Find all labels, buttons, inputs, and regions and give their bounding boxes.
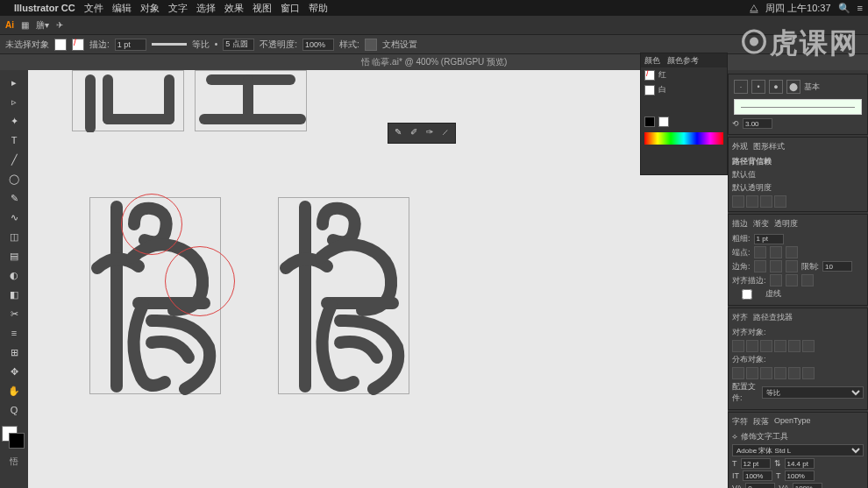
hand-tool[interactable]: ✋ — [2, 382, 26, 400]
pencil-tool[interactable]: ∿ — [2, 209, 26, 226]
symbol-tool[interactable]: ≡ — [2, 324, 26, 342]
font-size[interactable] — [741, 458, 771, 469]
float-tool-3[interactable]: ✑ — [423, 127, 436, 139]
magic-wand-tool[interactable]: ✦ — [2, 112, 26, 130]
menu-effect[interactable]: 效果 — [224, 2, 244, 15]
control-bar: 未选择对象 / 描边: 等比 • 不透明度: 样式: 文档设置 — [0, 35, 868, 54]
float-tool-4[interactable]: ⟋ — [439, 127, 452, 139]
right-panels: · • ● ⬤ 基本 ⟲ 外观图形样式 路径背信赖 默认值 默认透明度 描边渐变… — [728, 70, 868, 488]
stroke-label: 描边: — [89, 39, 110, 51]
line-tool[interactable]: ╱ — [2, 151, 26, 168]
type-tool[interactable]: T — [2, 131, 26, 149]
font-family-select[interactable]: Adobe 宋体 Std L — [732, 444, 864, 456]
style-label: 样式: — [339, 39, 359, 51]
slice-tool[interactable]: ✥ — [2, 363, 26, 380]
brush-preset-2[interactable]: • — [751, 80, 765, 94]
kerning[interactable] — [745, 483, 775, 488]
menu-file[interactable]: 文件 — [84, 2, 103, 15]
doc-setup-button[interactable]: 文档设置 — [382, 39, 417, 51]
clock: 周四 上午10:37 — [765, 2, 831, 15]
selection-tool[interactable]: ▸ — [2, 74, 26, 91]
stroke-weight-input[interactable] — [115, 39, 146, 51]
menu-help[interactable]: 帮助 — [309, 2, 328, 15]
no-selection-label: 未选择对象 — [5, 39, 49, 51]
guide-circle-1[interactable] — [121, 194, 182, 255]
artboard-tool[interactable]: ⊞ — [2, 343, 26, 361]
paintbrush-tool[interactable]: ✎ — [2, 189, 26, 207]
width-tool[interactable]: ◐ — [2, 266, 26, 284]
miter-limit[interactable] — [822, 261, 852, 272]
layout-dd[interactable]: 膳▾ — [36, 19, 49, 32]
artboard-top-1[interactable] — [72, 70, 184, 131]
canvas[interactable]: ✎ ✐ ✑ ⟋ — [28, 70, 728, 488]
brush-preset-4[interactable]: ⬤ — [786, 80, 800, 94]
brush-def-input[interactable] — [223, 39, 254, 51]
artboard-top-2[interactable] — [195, 70, 307, 131]
hscale[interactable] — [785, 470, 815, 481]
scale-tool[interactable]: ▤ — [2, 247, 26, 265]
rotate-tool[interactable]: ◫ — [2, 228, 26, 245]
search-icon[interactable]: 🔍 — [838, 3, 850, 14]
color-spectrum[interactable] — [644, 132, 723, 145]
brush-basic-label: 基本 — [804, 81, 820, 93]
shape-builder-tool[interactable]: ◧ — [2, 286, 26, 303]
appearance-title: 路径背信赖 — [732, 156, 772, 167]
doc-bar: Ai ▦ 膳▾ ✈ — [0, 16, 868, 35]
color-swatches[interactable] — [0, 426, 25, 450]
brush-preset-3[interactable]: ● — [769, 80, 783, 94]
direct-selection-tool[interactable]: ▹ — [2, 93, 26, 110]
app-name[interactable]: Illustrator CC — [14, 3, 75, 13]
canvas-small-label: 悟 — [0, 456, 28, 468]
menu-window[interactable]: 窗口 — [281, 2, 300, 15]
color-panel[interactable]: 颜色颜色参考 /红 白 — [640, 53, 728, 175]
menu-object[interactable]: 对象 — [140, 2, 160, 15]
document-tab-bar: 悟 临摹.ai* @ 400% (RGB/GPU 预览) — [0, 54, 868, 70]
stroke-panel[interactable]: 描边渐变透明度 粗细: 端点: 边角:限制: 对齐描边: 虚线 — [728, 214, 868, 306]
opacity-input[interactable] — [302, 39, 334, 51]
brush-stroke-preview[interactable] — [734, 99, 862, 115]
menu-icon[interactable]: ≡ — [857, 3, 863, 13]
opacity-label: 不透明度: — [260, 39, 297, 51]
transform-select[interactable]: 等比 — [762, 386, 864, 399]
float-tool-2[interactable]: ✐ — [408, 127, 420, 139]
align-panel[interactable]: 对齐路径查找器 对齐对象: 分布对象: 配置文件:等比 — [728, 308, 868, 410]
tracking[interactable] — [793, 483, 822, 488]
stroke-preview[interactable] — [152, 43, 187, 46]
uniform-label[interactable]: 等比 — [192, 39, 210, 51]
brush-size-input[interactable] — [743, 118, 772, 129]
menu-select[interactable]: 选择 — [196, 2, 216, 15]
brushes-panel[interactable]: · • ● ⬤ 基本 ⟲ — [728, 74, 868, 135]
document-tab[interactable]: 悟 临摹.ai* @ 400% (RGB/GPU 预览) — [361, 56, 508, 68]
character-panel[interactable]: 字符段落OpenType ⟡修饰文字工具 Adobe 宋体 Std L T⇅ I… — [728, 412, 868, 488]
zoom-tool[interactable]: Q — [2, 401, 26, 419]
shape-tool[interactable]: ◯ — [2, 170, 26, 187]
guide-circle-2[interactable] — [165, 246, 235, 316]
menu-edit[interactable]: 编辑 — [112, 2, 132, 15]
floating-tool-panel[interactable]: ✎ ✐ ✑ ⟋ — [388, 123, 456, 144]
appearance-panel[interactable]: 外观图形样式 路径背信赖 默认值 默认透明度 — [728, 137, 868, 212]
brush-preset-1[interactable]: · — [734, 80, 748, 94]
float-tool-1[interactable]: ✎ — [392, 127, 404, 139]
dash-checkbox[interactable] — [732, 289, 762, 300]
wifi-icon[interactable]: ⧋ — [750, 3, 758, 14]
artboard-main-2[interactable] — [278, 197, 409, 394]
stroke-weight[interactable] — [754, 234, 784, 244]
bridge-icon[interactable]: ▦ — [21, 20, 29, 30]
mac-menubar: Illustrator CC 文件 编辑 对象 文字 选择 效果 视图 窗口 帮… — [0, 0, 868, 16]
fill-swatch[interactable] — [54, 39, 67, 51]
scissors-tool[interactable]: ✂ — [2, 305, 26, 322]
menu-view[interactable]: 视图 — [253, 2, 272, 15]
leading[interactable] — [785, 458, 815, 469]
stroke-swatch[interactable]: / — [72, 39, 84, 51]
menu-type[interactable]: 文字 — [168, 2, 188, 15]
artboard-main-1[interactable] — [89, 197, 221, 394]
vscale[interactable] — [743, 470, 772, 481]
toolbox: ▸ ▹ ✦ T ╱ ◯ ✎ ∿ ◫ ▤ ◐ ◧ ✂ ≡ ⊞ ✥ ✋ Q 悟 — [0, 70, 28, 488]
ai-logo: Ai — [5, 20, 14, 30]
arrange-icon[interactable]: ✈ — [56, 20, 63, 30]
style-swatch[interactable] — [365, 39, 377, 51]
